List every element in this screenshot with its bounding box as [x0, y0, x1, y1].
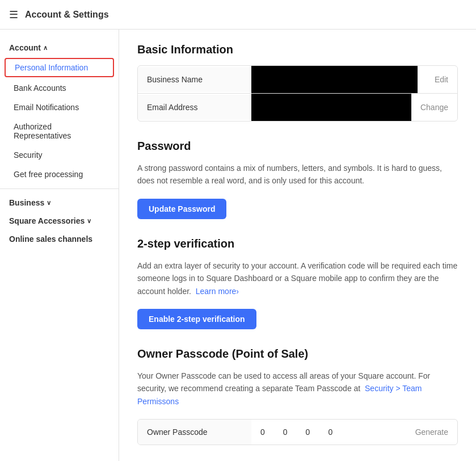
sidebar-item-personal-information[interactable]: Personal Information: [5, 58, 114, 77]
business-name-row: Business Name Edit: [138, 66, 457, 94]
sidebar-item-authorized-representatives[interactable]: Authorized Representatives: [0, 117, 119, 145]
email-address-label: Email Address: [138, 95, 251, 120]
square-accessories-chevron-icon: ∨: [87, 217, 91, 225]
business-name-edit-button[interactable]: Edit: [418, 67, 457, 92]
two-step-description-text: Add an extra layer of security to your a…: [137, 261, 457, 296]
password-description: A strong password contains a mix of numb…: [137, 162, 458, 187]
update-password-button[interactable]: Update Password: [137, 199, 226, 219]
passcode-digit-3: 0: [306, 428, 310, 437]
passcode-digit-4: 0: [328, 428, 332, 437]
sidebar-square-accessories-label: Square Accessories: [9, 216, 85, 225]
sidebar-online-sales-label: Online sales channels: [9, 234, 92, 244]
sidebar: Account ∧ Personal Information Bank Acco…: [0, 30, 119, 461]
menu-icon[interactable]: ☰: [9, 9, 18, 21]
sidebar-item-get-free-processing[interactable]: Get free processing: [0, 165, 119, 184]
email-address-change-button[interactable]: Change: [411, 95, 457, 120]
basic-information-section: Basic Information Business Name Edit Ema…: [137, 43, 458, 121]
sidebar-item-security[interactable]: Security: [0, 145, 119, 165]
owner-passcode-section: Owner Passcode (Point of Sale) Your Owne…: [137, 347, 458, 445]
owner-passcode-title: Owner Passcode (Point of Sale): [137, 347, 458, 361]
two-step-learn-more-link[interactable]: Learn more›: [196, 287, 239, 296]
sidebar-square-accessories-section[interactable]: Square Accessories ∨: [0, 212, 119, 230]
two-step-description: Add an extra layer of security to your a…: [137, 259, 458, 297]
owner-passcode-label: Owner Passcode: [138, 420, 251, 445]
sidebar-item-email-notifications[interactable]: Email Notifications: [0, 98, 119, 117]
owner-passcode-row: Owner Passcode 0 0 0 0 Generate: [138, 420, 457, 445]
password-section: Password A strong password contains a mi…: [137, 140, 458, 219]
enable-two-step-button[interactable]: Enable 2-step verification: [137, 309, 256, 329]
main-content: Basic Information Business Name Edit Ema…: [119, 30, 476, 461]
sidebar-account-label: Account: [9, 43, 41, 52]
email-address-value: [251, 94, 411, 121]
header: ☰ Account & Settings: [0, 0, 476, 30]
password-title: Password: [137, 140, 458, 153]
generate-passcode-button[interactable]: Generate: [406, 420, 457, 445]
two-step-title: 2-step verification: [137, 237, 458, 250]
owner-passcode-description: Your Owner Passcode can be used to acces…: [137, 370, 458, 408]
sidebar-item-bank-accounts[interactable]: Bank Accounts: [0, 78, 119, 98]
sidebar-online-sales-section[interactable]: Online sales channels: [0, 230, 119, 248]
header-title: Account & Settings: [25, 10, 109, 20]
business-name-label: Business Name: [138, 67, 251, 92]
passcode-digit-2: 0: [283, 428, 288, 437]
passcode-digit-1: 0: [260, 428, 265, 437]
owner-passcode-table: Owner Passcode 0 0 0 0 Generate: [137, 419, 458, 445]
sidebar-divider-1: [0, 188, 119, 189]
sidebar-business-label: Business: [9, 198, 44, 207]
owner-passcode-digits: 0 0 0 0: [251, 420, 406, 445]
business-chevron-icon: ∨: [47, 199, 51, 207]
business-name-value: [251, 66, 418, 93]
account-chevron-icon: ∧: [43, 44, 48, 52]
basic-information-table: Business Name Edit Email Address Change: [137, 65, 458, 121]
email-address-row: Email Address Change: [138, 94, 457, 121]
layout: Account ∧ Personal Information Bank Acco…: [0, 30, 476, 461]
sidebar-account-section[interactable]: Account ∧: [0, 39, 119, 57]
two-step-section: 2-step verification Add an extra layer o…: [137, 237, 458, 329]
sidebar-business-section[interactable]: Business ∨: [0, 194, 119, 212]
basic-information-title: Basic Information: [137, 43, 458, 56]
